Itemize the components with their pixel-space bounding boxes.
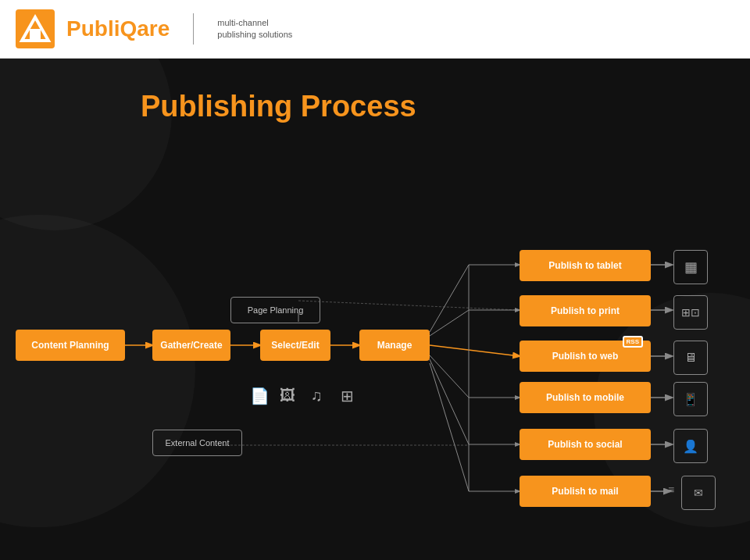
grid-icon: ⊞ (341, 387, 354, 405)
main-content: Publishing Process (0, 59, 750, 560)
publish-social-node: Publish to social (520, 429, 651, 460)
rss-badge: RSS (623, 336, 643, 348)
logo-divider (193, 13, 194, 45)
web-icon: 🖥 (673, 341, 708, 375)
svg-line-6 (430, 345, 520, 356)
svg-line-13 (430, 359, 469, 444)
svg-rect-2 (30, 29, 41, 41)
content-planning-node: Content Planning (16, 330, 125, 361)
mobile-icon: 📱 (673, 382, 708, 416)
logo-icon (16, 9, 55, 48)
header: PubliQare multi-channel publishing solut… (0, 0, 750, 59)
svg-line-11 (430, 355, 469, 398)
select-edit-node: Select/Edit (260, 330, 330, 361)
svg-line-9 (430, 265, 469, 332)
mail-lines-icon: ≡ (668, 483, 674, 496)
publish-print-node: Publish to print (520, 295, 651, 326)
page-planning-node: Page Planning (230, 297, 320, 323)
page-title: Publishing Process (141, 90, 416, 123)
svg-line-15 (430, 363, 469, 491)
tagline: multi-channel publishing solutions (217, 17, 292, 41)
document-icon: 📄 (250, 387, 270, 405)
publish-mobile-node: Publish to mobile (520, 382, 651, 413)
bg-circle-1 (0, 59, 172, 230)
image-icon: 🖼 (280, 387, 295, 405)
gather-create-node: Gather/Create (152, 330, 230, 361)
social-icon: 👤 (673, 429, 708, 463)
publish-tablet-node: Publish to tablet (520, 250, 651, 281)
manage-node: Manage (359, 330, 430, 361)
music-icon: ♫ (311, 387, 323, 405)
logo-text: PubliQare (66, 16, 170, 41)
mail-icon: ✉ (681, 476, 716, 510)
svg-line-7 (430, 310, 469, 336)
svg-line-18 (298, 301, 520, 310)
logo-publi: Publi (66, 16, 120, 41)
print-icon: ⊞⊡ (673, 295, 708, 330)
bg-circle-2 (0, 215, 195, 527)
publish-mail-node: Publish to mail (520, 476, 651, 507)
external-content-node: External Content (152, 430, 242, 456)
logo-qare: Qare (120, 16, 170, 41)
publish-web-node: Publish to web RSS (520, 341, 651, 372)
tablet-icon: ▦ (673, 250, 708, 284)
logo-area: PubliQare multi-channel publishing solut… (16, 9, 292, 48)
